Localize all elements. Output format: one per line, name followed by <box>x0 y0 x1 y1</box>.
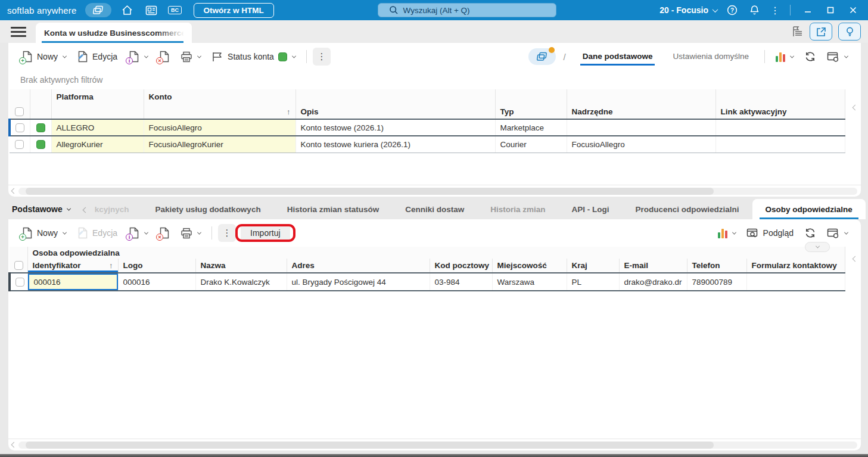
tips-button[interactable] <box>838 23 861 41</box>
scrollbar-track[interactable] <box>18 188 857 195</box>
row-checkbox[interactable] <box>15 278 24 287</box>
menu-button[interactable] <box>11 24 26 39</box>
sort-ascending-icon[interactable]: ↑ <box>287 107 291 116</box>
cell-adres[interactable]: ul. Brygady Pościgowej 44 <box>287 273 430 291</box>
close-button[interactable] <box>843 2 863 18</box>
select-all-checkbox[interactable] <box>15 107 24 116</box>
section-tab[interactable]: Historia zmian <box>477 199 558 219</box>
company-switcher[interactable]: 20 - Focusio <box>659 5 717 15</box>
scroll-left-icon[interactable] <box>11 442 17 448</box>
edit-button-disabled[interactable]: Edycja <box>72 223 122 243</box>
cell-email[interactable]: drako@drako.dr <box>619 273 687 291</box>
cell-identyfikator-focused[interactable]: 000016 <box>28 273 118 290</box>
column-header-telefon[interactable]: Telefon <box>687 259 746 273</box>
open-in-html-button[interactable]: Otwórz w HTML <box>194 3 274 18</box>
titlebar-more-button[interactable]: ⋮ <box>767 2 783 18</box>
scrollbar-track[interactable] <box>18 442 857 449</box>
document-tab-active[interactable]: Konta w usłudze Businesscommerce <box>36 23 192 43</box>
scrollbar-thumb[interactable] <box>26 188 714 195</box>
workspaces-button[interactable] <box>85 3 111 17</box>
section-tab[interactable]: Historia zmian statusów <box>274 199 393 219</box>
bc-button[interactable]: BC <box>165 2 185 18</box>
column-header-identyfikator[interactable]: Identyfikator↑ <box>27 259 118 273</box>
collapse-panel-button[interactable] <box>853 102 857 111</box>
cell-konto[interactable]: FocusioAllegro <box>144 119 295 136</box>
column-header-email[interactable]: E-mail <box>619 259 687 273</box>
document-info-button[interactable]: i <box>123 47 153 66</box>
cell-typ[interactable]: Courier <box>495 136 567 153</box>
column-header-nadrzedne[interactable]: Nadrzędne <box>567 104 715 119</box>
cell-opis[interactable]: Konto testowe kuriera (2026.1) <box>295 136 495 153</box>
cell-typ[interactable]: Marketplace <box>495 119 567 136</box>
column-header-kraj[interactable]: Kraj <box>567 259 619 273</box>
cell-kod-pocztowy[interactable]: 03-984 <box>430 273 492 291</box>
panel-list-button[interactable] <box>791 26 804 38</box>
table-row[interactable]: 000016 000016 Drako K.Kowalczyk ul. Bryg… <box>10 273 845 291</box>
collapse-panel-button[interactable] <box>853 254 857 263</box>
column-header-konto[interactable]: Konto <box>144 89 295 104</box>
minimize-button[interactable] <box>798 2 818 18</box>
column-header-miejscowosc[interactable]: Miejscowość <box>492 259 567 273</box>
preview-button[interactable]: Podgląd <box>742 224 798 243</box>
edit-button[interactable]: Edycja <box>72 47 122 66</box>
column-header-opis[interactable]: Opis <box>295 104 495 119</box>
cell-logo[interactable]: 000016 <box>118 273 195 291</box>
account-status-button[interactable]: Status konta <box>207 48 300 66</box>
cell-opis[interactable]: Konto testowe (2026.1) <box>295 119 495 136</box>
cell-formularz[interactable] <box>746 273 845 291</box>
delete-button[interactable]: × <box>154 47 175 66</box>
cell-nazwa[interactable]: Drako K.Kowalczyk <box>195 273 287 291</box>
column-header-adres[interactable]: Adres <box>287 259 430 273</box>
section-tab[interactable]: kcyjnych <box>92 199 142 219</box>
cell-link[interactable] <box>715 136 845 153</box>
document-info-button[interactable]: i <box>123 223 153 243</box>
column-header-nazwa[interactable]: Nazwa <box>195 259 287 273</box>
section-tab[interactable]: API - Logi <box>558 199 622 219</box>
new-button[interactable]: + Nowy <box>17 223 71 243</box>
cell-link[interactable] <box>715 119 845 136</box>
refresh-button[interactable] <box>799 47 821 66</box>
section-tab-active[interactable]: Osoby odpowiedzialne <box>752 199 866 219</box>
column-header-formularz[interactable]: Formularz kontaktowy <box>746 259 845 273</box>
scrollbar-thumb[interactable] <box>26 442 714 449</box>
column-header-link[interactable]: Link aktywacyjny <box>715 104 845 119</box>
import-button[interactable]: Importuj <box>241 224 290 242</box>
scroll-left-icon[interactable] <box>11 188 17 194</box>
grid-settings-button[interactable] <box>822 48 853 66</box>
analysis-button[interactable] <box>713 224 741 242</box>
share-button[interactable] <box>810 23 832 41</box>
column-header-kod-pocztowy[interactable]: Kod pocztowy <box>430 259 492 273</box>
cell-platforma[interactable]: ALLEGRO <box>51 119 144 136</box>
sort-ascending-icon[interactable]: ↑ <box>109 261 113 270</box>
analysis-button[interactable] <box>771 48 798 66</box>
cell-nadrzedne[interactable] <box>567 119 715 136</box>
select-all-checkbox[interactable] <box>14 261 23 270</box>
row-checkbox[interactable] <box>15 140 24 149</box>
section-tab[interactable]: Cenniki dostaw <box>392 199 477 219</box>
section-tab[interactable]: Producenci odpowiedzialni <box>622 199 752 219</box>
refresh-button[interactable] <box>799 223 821 243</box>
collapse-toolbar-button[interactable] <box>805 242 830 252</box>
tabs-scroll-left-button[interactable] <box>83 205 88 214</box>
table-row[interactable]: AllegroKurier FocusioAllegroKurier Konto… <box>10 136 845 153</box>
search-input[interactable]: Wyszukaj (Alt + Q) <box>378 3 556 17</box>
more-actions-button[interactable]: ⋮ <box>218 224 236 242</box>
new-button[interactable]: + Nowy <box>17 47 71 66</box>
cell-platforma[interactable]: AllegroKurier <box>51 136 144 153</box>
delete-button[interactable]: × <box>154 223 175 243</box>
section-selector[interactable]: Podstawowe <box>12 204 70 214</box>
view-tab-ustawienia-domyslne[interactable]: Ustawienia domyślne <box>670 48 751 66</box>
cell-konto[interactable]: FocusioAllegroKurier <box>144 136 295 153</box>
column-header-platforma[interactable]: Platforma <box>51 89 144 104</box>
cell-kraj[interactable]: PL <box>567 273 619 291</box>
workspace-indicator[interactable] <box>528 48 556 65</box>
column-header-logo[interactable]: Logo <box>118 259 195 273</box>
print-button[interactable] <box>176 48 206 66</box>
maximize-button[interactable] <box>820 2 841 18</box>
cell-miejscowosc[interactable]: Warszawa <box>492 273 567 291</box>
column-header-typ[interactable]: Typ <box>495 104 567 119</box>
print-button[interactable] <box>176 224 206 243</box>
section-tab[interactable]: Pakiety usług dodatkowych <box>142 199 274 219</box>
cell-telefon[interactable]: 789000789 <box>687 273 746 291</box>
view-tab-dane-podstawowe[interactable]: Dane podstawowe <box>580 48 655 66</box>
